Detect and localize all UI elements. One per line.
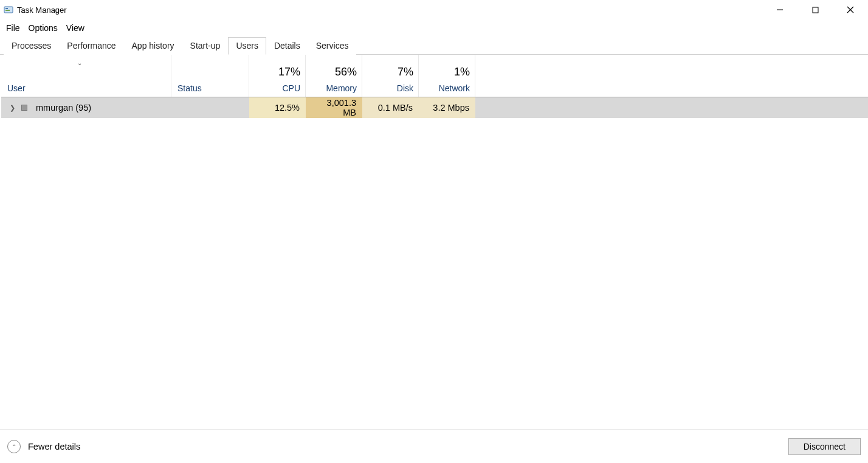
close-button[interactable] (833, 0, 868, 19)
disk-usage-total: 7% (398, 66, 413, 78)
footer-bar: ⌃ Fewer details Disconnect (0, 430, 868, 463)
chevron-down-icon[interactable]: ⌄ (77, 60, 82, 66)
column-cpu-label: CPU (282, 83, 300, 93)
tab-users[interactable]: Users (228, 37, 266, 55)
column-disk[interactable]: 7% Disk (362, 55, 419, 97)
disconnect-button[interactable]: Disconnect (788, 438, 861, 455)
column-status[interactable]: Status (171, 55, 249, 97)
cell-network: 3.2 Mbps (419, 97, 475, 118)
svg-rect-1 (5, 8, 8, 9)
maximize-button[interactable] (797, 0, 833, 19)
title-bar: Task Manager (0, 0, 868, 19)
column-memory[interactable]: 56% Memory (306, 55, 362, 97)
column-user[interactable]: ⌄ User (1, 55, 171, 97)
user-name: mmurgan (95) (36, 103, 91, 113)
cell-status (171, 97, 249, 118)
column-disk-label: Disk (397, 83, 413, 93)
tab-details[interactable]: Details (266, 37, 308, 55)
column-headers: ⌄ User Status 17% CPU 56% Memory 7% Disk… (1, 55, 868, 97)
menu-file[interactable]: File (2, 21, 24, 35)
cpu-usage-total: 17% (278, 66, 300, 78)
tab-app-history[interactable]: App history (124, 37, 182, 55)
menu-options[interactable]: Options (25, 21, 61, 35)
app-icon (4, 5, 13, 15)
column-status-label: Status (177, 83, 244, 93)
fewer-details-button[interactable]: ⌃ Fewer details (7, 440, 80, 453)
menu-bar: File Options View (0, 19, 868, 37)
tab-services[interactable]: Services (308, 37, 357, 55)
column-cpu[interactable]: 17% CPU (249, 55, 306, 97)
tab-performance[interactable]: Performance (59, 37, 123, 55)
cell-user: ❯ mmurgan (95) (1, 97, 171, 118)
column-user-label: User (7, 83, 166, 93)
column-network-label: Network (439, 83, 470, 93)
tab-processes[interactable]: Processes (4, 37, 59, 55)
user-icon (21, 105, 27, 111)
column-network[interactable]: 1% Network (419, 55, 475, 97)
tab-startup[interactable]: Start-up (182, 37, 229, 55)
cell-disk: 0.1 MB/s (362, 97, 419, 118)
window-title: Task Manager (17, 5, 67, 15)
svg-rect-4 (813, 7, 818, 13)
chevron-right-icon[interactable]: ❯ (10, 104, 15, 112)
menu-view[interactable]: View (63, 21, 88, 35)
window-controls (762, 0, 868, 19)
cell-memory: 3,001.3 MB (306, 97, 362, 118)
memory-usage-total: 56% (335, 66, 357, 78)
cell-cpu: 12.5% (249, 97, 306, 118)
tab-bar: Processes Performance App history Start-… (0, 37, 868, 55)
column-memory-label: Memory (326, 83, 357, 93)
content-area: ⌄ User Status 17% CPU 56% Memory 7% Disk… (0, 55, 868, 425)
chevron-up-icon: ⌃ (7, 440, 21, 453)
svg-rect-2 (5, 10, 10, 11)
fewer-details-label: Fewer details (28, 442, 80, 451)
network-usage-total: 1% (454, 66, 470, 78)
minimize-button[interactable] (762, 0, 797, 19)
user-row[interactable]: ❯ mmurgan (95) 12.5% 3,001.3 MB 0.1 MB/s… (1, 97, 868, 119)
